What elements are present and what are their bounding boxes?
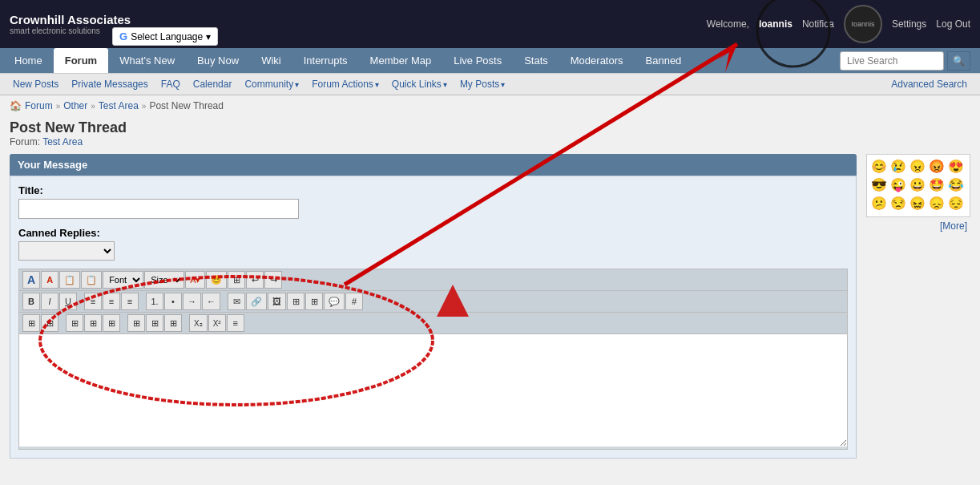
toolbar-redo[interactable]: ↪ xyxy=(264,271,282,289)
nav-whats-new[interactable]: What's New xyxy=(108,48,186,73)
toolbar-superscript[interactable]: X² xyxy=(208,314,226,332)
toolbar-bold[interactable]: B xyxy=(22,293,40,310)
subnav-new-posts[interactable]: New Posts xyxy=(6,75,65,93)
toolbar-table3[interactable]: ⊞ xyxy=(103,314,120,332)
breadcrumb-test-area[interactable]: Test Area xyxy=(99,100,139,111)
toolbar-emoji[interactable]: 😊 xyxy=(206,271,227,289)
toolbar-col1[interactable]: ⊞ xyxy=(127,314,145,332)
forum-name-link[interactable]: Test Area xyxy=(42,136,83,148)
toolbar-copy[interactable]: 📋 xyxy=(59,271,80,289)
toolbar-justify[interactable]: ≡ xyxy=(227,314,244,332)
toolbar-align-center[interactable]: ≡ xyxy=(103,293,120,310)
emoji-14[interactable]: 😞 xyxy=(928,195,946,212)
toolbar-font-a-small[interactable]: A xyxy=(41,271,58,289)
subnav-community-dropdown[interactable]: Community xyxy=(238,75,305,93)
editor-container: A A 📋 📋 Font Size A▾ 😊 ⊞ ↩ ↪ xyxy=(18,269,848,450)
live-search-input[interactable] xyxy=(840,51,944,71)
emoji-8[interactable]: 😀 xyxy=(909,176,926,193)
emoji-5[interactable]: 😍 xyxy=(947,158,965,175)
toolbar-media2[interactable]: ⊞ xyxy=(41,314,58,332)
emoji-row-2: 😎 😜 😀 🤩 😂 xyxy=(870,176,966,193)
forum-label: Forum: Test Area xyxy=(10,136,970,148)
toolbar-italic[interactable]: I xyxy=(41,293,58,310)
emoji-4[interactable]: 😡 xyxy=(928,158,946,175)
toolbar-table-insert[interactable]: ⊞ xyxy=(287,293,304,310)
emoji-7[interactable]: 😜 xyxy=(889,176,907,193)
nav-interrupts[interactable]: Interrupts xyxy=(292,48,359,73)
breadcrumb-other[interactable]: Other xyxy=(63,100,87,111)
toolbar-align-right[interactable]: ≡ xyxy=(121,293,139,310)
nav-stats[interactable]: Stats xyxy=(513,48,559,73)
toolbar-subscript[interactable]: X₂ xyxy=(189,314,208,332)
toolbar-font-a-large[interactable]: A xyxy=(22,271,40,289)
emoji-1[interactable]: 😊 xyxy=(870,158,888,175)
toolbar-indent[interactable]: → xyxy=(183,293,201,310)
settings-link[interactable]: Settings xyxy=(892,18,926,30)
subnav-my-posts-dropdown[interactable]: My Posts xyxy=(454,75,511,93)
toolbar-table1[interactable]: ⊞ xyxy=(66,314,83,332)
subnav-forum-actions-dropdown[interactable]: Forum Actions xyxy=(305,75,385,93)
more-emojis-link[interactable]: [More] xyxy=(866,217,970,235)
toolbar-paste[interactable]: 📋 xyxy=(81,271,102,289)
avatar-text: Ioannis xyxy=(851,20,874,28)
subnav-faq[interactable]: FAQ xyxy=(155,75,187,93)
subnav-private-messages[interactable]: Private Messages xyxy=(65,75,154,93)
breadcrumb-forum[interactable]: Forum xyxy=(25,100,53,111)
emoji-row-3: 😕 😒 😖 😞 😔 xyxy=(870,195,966,212)
nav-buy-now[interactable]: Buy Now xyxy=(186,48,250,73)
google-translate[interactable]: G Select Language ▾ xyxy=(112,27,218,46)
google-logo: G xyxy=(119,30,127,42)
title-input[interactable] xyxy=(18,199,299,219)
toolbar-outdent[interactable]: ← xyxy=(202,293,220,310)
emoji-12[interactable]: 😒 xyxy=(889,195,907,212)
breadcrumb: 🏠 Forum » Other » Test Area » Post New T… xyxy=(0,95,980,116)
breadcrumb-sep2: » xyxy=(91,102,95,111)
toolbar-grid[interactable]: ⊞ xyxy=(228,271,245,289)
page-title: Post New Thread xyxy=(10,119,970,136)
translate-arrow: ▾ xyxy=(206,31,211,42)
emoji-11[interactable]: 😕 xyxy=(870,195,888,212)
toolbar-col3[interactable]: ⊞ xyxy=(164,314,182,332)
emoji-15[interactable]: 😔 xyxy=(947,195,965,212)
nav-banned[interactable]: Banned xyxy=(635,48,693,73)
toolbar-col2[interactable]: ⊞ xyxy=(146,314,163,332)
emoji-9[interactable]: 🤩 xyxy=(928,176,946,193)
font-select[interactable]: Font xyxy=(103,271,143,289)
toolbar-table2[interactable]: ⊞ xyxy=(84,314,102,332)
logout-link[interactable]: Log Out xyxy=(936,18,970,30)
message-textarea[interactable] xyxy=(19,334,847,447)
toolbar-text-color[interactable]: A▾ xyxy=(185,271,205,289)
toolbar-email[interactable]: ✉ xyxy=(228,293,245,310)
toolbar-table-edit[interactable]: ⊞ xyxy=(305,293,323,310)
nav-home[interactable]: Home xyxy=(3,48,54,73)
canned-replies-select[interactable] xyxy=(18,241,115,261)
nav-wiki[interactable]: Wiki xyxy=(250,48,292,73)
nav-forum[interactable]: Forum xyxy=(54,48,108,73)
nav-live-posts[interactable]: Live Posts xyxy=(442,48,513,73)
toolbar-underline[interactable]: U xyxy=(59,293,77,310)
nav-member-map[interactable]: Member Map xyxy=(359,48,443,73)
nav-moderators[interactable]: Moderators xyxy=(559,48,635,73)
emoji-2[interactable]: 😢 xyxy=(889,158,907,175)
toolbar-link[interactable]: 🔗 xyxy=(246,293,267,310)
emoji-10[interactable]: 😂 xyxy=(947,176,965,193)
toolbar-code[interactable]: # xyxy=(345,293,363,310)
title-row: Title: xyxy=(18,184,848,219)
emoji-3[interactable]: 😠 xyxy=(909,158,926,175)
toolbar-ordered-list[interactable]: 1. xyxy=(146,293,163,310)
toolbar-image[interactable]: 🖼 xyxy=(268,293,286,310)
emoji-6[interactable]: 😎 xyxy=(870,176,888,193)
advanced-search-link[interactable]: Advanced Search xyxy=(885,75,974,93)
subnav-quick-links-dropdown[interactable]: Quick Links xyxy=(385,75,454,93)
toolbar-quote[interactable]: 💬 xyxy=(324,293,345,310)
brand-name: Crownhill Associates xyxy=(10,13,131,26)
toolbar-unordered-list[interactable]: • xyxy=(164,293,182,310)
size-select[interactable]: Size xyxy=(144,271,184,289)
search-button[interactable]: 🔍 xyxy=(947,51,970,71)
translate-label: Select Language xyxy=(131,31,203,42)
emoji-13[interactable]: 😖 xyxy=(909,195,926,212)
toolbar-align-left[interactable]: ≡ xyxy=(84,293,102,310)
toolbar-undo[interactable]: ↩ xyxy=(246,271,264,289)
toolbar-media1[interactable]: ⊞ xyxy=(22,314,40,332)
subnav-calendar[interactable]: Calendar xyxy=(187,75,239,93)
